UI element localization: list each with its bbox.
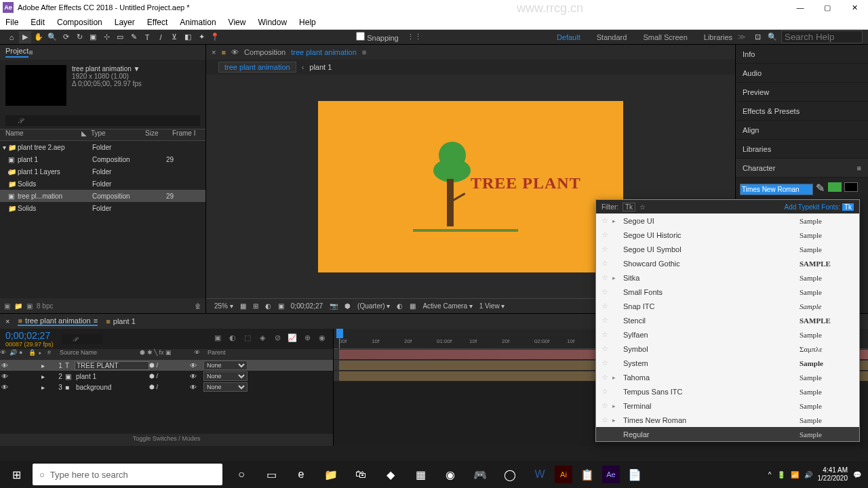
font-option[interactable]: ☆Segoe UI HistoricSample [596,228,859,242]
explorer-icon[interactable]: 📁 [316,461,346,488]
font-option[interactable]: ☆Snap ITCSample [596,299,859,313]
comp-button-icon[interactable]: ▣ [212,333,223,344]
resolution-icon[interactable]: ▦ [240,302,246,310]
font-family-select[interactable] [740,184,813,195]
bpc-label[interactable]: 8 bpc [37,302,53,310]
transparency-icon[interactable]: ▦ [410,302,416,310]
taskbar-search[interactable]: ○ Type here to search [33,464,222,485]
font-option[interactable]: ☆StencilSAMPLE [596,313,859,327]
app-icon[interactable]: ◆ [376,461,406,488]
project-item[interactable]: ▣plant 1Composition29 [0,153,205,165]
zoom-dropdown[interactable]: 25% ▾ [214,302,233,310]
camera-tool-icon[interactable]: ▣ [87,31,99,43]
menu-file[interactable]: File [5,18,18,27]
motion-blur-icon[interactable]: ⊘ [272,333,283,344]
workspace-standard[interactable]: Standard [597,33,627,41]
volume-icon[interactable]: 🔊 [804,471,812,479]
project-item[interactable]: ▣tree pl...mationComposition29 [0,190,205,202]
app-icon[interactable]: ▦ [406,461,435,488]
panel-align[interactable]: Align [736,121,868,140]
panel-preview[interactable]: Preview [736,83,868,102]
panel-character[interactable]: Character≡ [736,159,868,178]
font-option[interactable]: ☆Tempus Sans ITCSample [596,384,859,399]
start-button[interactable]: ⊞ [0,461,33,488]
menu-help[interactable]: Help [299,18,316,27]
filter-favorite-icon[interactable]: ☆ [639,203,646,211]
breadcrumb-item[interactable]: tree plant animation [218,62,296,73]
wifi-icon[interactable]: 📶 [791,471,799,479]
timeline-tab[interactable]: ■ tree plant animation ≡ [18,317,98,326]
snapping-checkbox[interactable]: Snapping [356,32,399,42]
col-name-header[interactable]: Name [0,129,81,140]
font-option[interactable]: ☆Small FontsSample [596,285,859,299]
font-option[interactable]: ☆Segoe UI SymbolSample [596,242,859,256]
filter-typekit-icon[interactable]: Tk [623,203,635,211]
brush-tool-icon[interactable]: / [155,31,167,43]
panel-effects---presets[interactable]: Effects & Presets [736,102,868,121]
font-option[interactable]: ☆▸TahomaSample [596,370,859,384]
snapshot-icon[interactable]: 📷 [330,302,338,310]
project-item[interactable]: ▸📁plant 1 LayersFolder [0,165,205,178]
roto-tool-icon[interactable]: ✦ [195,31,208,43]
snap-options-icon[interactable]: ⋮⋮ [407,33,422,41]
menu-view[interactable]: View [229,18,246,27]
search-help-input[interactable] [781,30,863,43]
timeline-layer[interactable]: 👁▸1TTREE PLANT⬢ / 👁None [0,360,333,371]
word-icon[interactable]: W [525,461,555,488]
orbit-tool-icon[interactable]: ⟳ [60,31,72,43]
eyedropper-icon[interactable]: ✎ [816,182,825,194]
notifications-icon[interactable]: 💬 [853,471,861,479]
grid-icon[interactable]: ⊞ [253,302,258,310]
illustrator-icon[interactable]: Ai [555,466,572,483]
app-icon[interactable]: 📄 [620,461,650,488]
aftereffects-icon[interactable]: Ae [602,466,620,483]
font-option[interactable]: ☆▸Times New RomanSample [596,413,859,427]
menu-animation[interactable]: Animation [180,18,216,27]
composition-canvas[interactable]: TREE PLANT [318,101,623,272]
zoom-tool-icon[interactable]: 🔍 [46,31,58,43]
trash-icon[interactable]: 🗑 [195,302,201,310]
current-time[interactable]: 0;00;02;27 [291,302,323,310]
font-dropdown[interactable]: Filter: Tk ☆ Add Typekit Fonts: Tk ☆▸Seg… [595,199,860,442]
canvas-text-layer[interactable]: TREE PLANT [471,174,581,192]
home-icon[interactable]: ⌂ [5,31,18,43]
menu-window[interactable]: Window [258,18,287,27]
workspace-default[interactable]: Default [557,33,580,41]
panel-libraries[interactable]: Libraries [736,140,868,159]
stamp-tool-icon[interactable]: ⊻ [168,31,180,43]
timeline-current-time[interactable]: 0;00;02;27 [5,330,54,341]
task-view-icon[interactable]: ▭ [256,461,286,488]
font-option[interactable]: ☆▸TerminalSample [596,399,859,413]
project-item[interactable]: 📁SolidsFolder [0,178,205,190]
app-icon[interactable]: 📋 [572,461,602,488]
toggle-switches-button[interactable]: Toggle Switches / Modes [0,434,333,446]
exposure-icon[interactable]: ◐ [397,302,403,310]
shape-tool-icon[interactable]: ▭ [114,31,126,43]
project-search-input[interactable] [5,115,200,126]
brainstorm-icon[interactable]: ⊕ [302,333,313,344]
timeline-tab[interactable]: ■ plant 1 [106,317,136,325]
puppet-tool-icon[interactable]: 📍 [209,31,221,43]
tray-up-icon[interactable]: ^ [768,471,772,479]
comp-name-label[interactable]: tree plant animation ▼ [72,65,142,73]
col-frame-header[interactable]: Frame I [172,129,199,140]
selection-tool-icon[interactable]: ▶ [19,31,31,43]
maximize-button[interactable]: ▢ [814,3,841,12]
hand-tool-icon[interactable]: ✋ [33,31,45,43]
edge-icon[interactable]: e [286,461,316,488]
font-option[interactable]: ☆SymbolΣαμπλε [596,342,859,356]
timeline-layer[interactable]: 👁▸2▣plant 1⬢ / 👁None [0,371,333,382]
menu-layer[interactable]: Layer [115,18,135,27]
font-option[interactable]: ☆SystemSample [596,356,859,370]
battery-icon[interactable]: 🔋 [777,471,785,479]
new-folder-icon[interactable]: 📁 [14,302,22,310]
layer-viewer-icon[interactable]: 👁 [231,48,239,56]
draft3d-icon[interactable]: ◐ [227,333,238,344]
workspace-small-screen[interactable]: Small Screen [643,33,687,41]
render-icon[interactable]: ◉ [317,333,328,344]
font-option[interactable]: ☆SylfaenSample [596,327,859,342]
shy-icon[interactable]: ⬚ [242,333,253,344]
menu-effect[interactable]: Effect [147,18,167,27]
cortana-icon[interactable]: ○ [226,461,256,488]
new-comp-icon[interactable]: ▣ [26,302,33,310]
